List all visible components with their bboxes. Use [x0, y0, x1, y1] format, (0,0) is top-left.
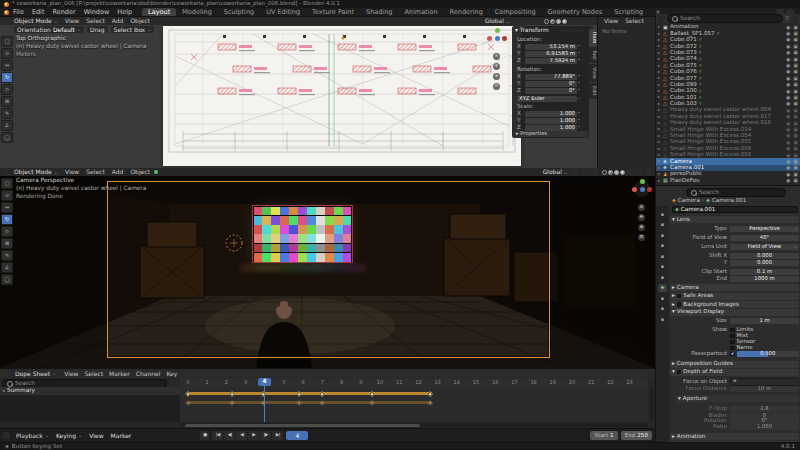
timeline-menu-view[interactable]: View [86, 432, 106, 439]
breadcrumb-data[interactable]: Camera.001 [712, 198, 746, 204]
collapsed-properties-panel[interactable]: ▸ Properties [514, 131, 588, 137]
vertical-scrollbar[interactable] [650, 387, 653, 421]
location-x[interactable]: X53.154 m• [517, 44, 581, 50]
tool-button-0[interactable]: □ [1, 178, 13, 189]
viewport-menu-object[interactable]: Object [127, 169, 153, 175]
jump-to-end-button[interactable]: ▶| [272, 431, 283, 440]
checkbox[interactable] [730, 352, 735, 357]
panel-checkbox[interactable] [677, 370, 682, 375]
property-focus-distance[interactable]: Focus Distance10 m [671, 386, 799, 393]
property-shift-x[interactable]: Shift X0.000 [671, 253, 799, 260]
dope-sheet-mode-dropdown[interactable]: Dope Sheet⌄ [12, 370, 59, 377]
disable-render-icon[interactable]: ▣ [793, 146, 798, 151]
disable-render-icon[interactable]: ▣ [793, 89, 798, 94]
panel-animation[interactable]: ▸Animation [670, 433, 799, 440]
lock-icon[interactable]: • [577, 51, 581, 57]
disable-render-icon[interactable]: ▣ [793, 57, 798, 62]
value-field[interactable]: 10 m [730, 386, 799, 392]
new-collection-icon[interactable] [791, 15, 798, 22]
disable-render-icon[interactable]: ▣ [793, 153, 798, 158]
property-focus-on-object[interactable]: Focus on Object◈ [671, 378, 799, 385]
grid-toggle-icon[interactable]: ⊞ [493, 83, 500, 90]
properties-tab-object-data[interactable]: ◈ [658, 284, 667, 292]
hide-viewport-icon[interactable]: ◉ [786, 165, 790, 170]
outliner-row-plandefou[interactable]: ▸▦PlanDeFou◉▣ [656, 177, 800, 183]
properties-tab-tool[interactable]: ▪ [658, 210, 667, 218]
snap-magnet-icon[interactable] [514, 18, 522, 25]
rotation-x[interactable]: X77.889°• [517, 74, 581, 80]
overlays-toggle-icon[interactable] [626, 169, 634, 176]
jump-to-start-button[interactable]: |◀ [212, 431, 223, 440]
hide-viewport-icon[interactable]: ◉ [786, 25, 790, 30]
timeline-editor-icon[interactable] [3, 432, 10, 439]
hide-viewport-icon[interactable]: ◉ [786, 108, 790, 113]
menu-render[interactable]: Render [48, 9, 79, 16]
editor-type-icon[interactable] [3, 370, 10, 377]
tool-button-5[interactable]: ⊞ [1, 238, 13, 249]
orientation-global-dropdown[interactable]: Global⌄ [540, 169, 571, 176]
location-y[interactable]: Y6.91583 m• [517, 51, 581, 57]
auto-key-button[interactable]: ● [200, 431, 209, 440]
id-name-field[interactable]: ◈ Camera.001 [672, 206, 798, 213]
snap-target-icon[interactable] [581, 169, 589, 176]
lock-icon[interactable]: • [577, 58, 581, 64]
orientation-global-dropdown[interactable]: Global⌄ [482, 18, 513, 25]
pan-hand-icon[interactable]: ✥ [493, 63, 500, 70]
hide-viewport-icon[interactable]: ◉ [786, 133, 790, 138]
value-field[interactable]: 1.000 [525, 118, 577, 124]
tool-button-7[interactable]: ∠ [1, 262, 13, 273]
frame-start-field[interactable]: Start 1 [590, 431, 617, 440]
tool-button-3[interactable]: ↻ [1, 214, 13, 225]
hide-viewport-icon[interactable]: ◉ [786, 37, 790, 42]
n-panel-tab-tool[interactable]: Tool [589, 47, 597, 63]
value-field[interactable]: 1000 m [730, 276, 799, 282]
workspace-tab-compositing[interactable]: Compositing [489, 8, 542, 17]
app-menu-icon[interactable] [4, 10, 9, 15]
lock-icon[interactable]: • [577, 44, 581, 50]
properties-tab-world[interactable]: ▪ [658, 263, 667, 271]
menu-window[interactable]: Window [80, 9, 114, 16]
lock-icon[interactable]: • [577, 74, 581, 80]
keyframe-diamond[interactable] [427, 391, 433, 397]
panel-checkbox[interactable] [677, 302, 682, 307]
disable-render-icon[interactable]: ▣ [793, 165, 798, 170]
panel-camera[interactable]: ▸Camera [670, 284, 799, 291]
hide-viewport-icon[interactable]: ◉ [786, 69, 790, 74]
hide-viewport-icon[interactable]: ◉ [786, 89, 790, 94]
editor-type-icon[interactable] [3, 169, 10, 176]
n-panel-tab-edit[interactable]: Edit [589, 83, 597, 99]
disable-render-icon[interactable]: ▣ [793, 108, 798, 113]
shading-rendered-icon[interactable] [620, 170, 625, 175]
filter-icon[interactable]: ▽ [785, 16, 789, 21]
timeline-menu-playback[interactable]: Playback⌄ [13, 432, 52, 439]
property-y[interactable]: Y0.000 [671, 260, 799, 267]
dope-menu-select[interactable]: Select [82, 371, 107, 377]
horizontal-scrollbar[interactable] [180, 423, 648, 427]
outliner-display-mode-icon[interactable] [658, 15, 665, 22]
hide-viewport-icon[interactable]: ◉ [786, 50, 790, 55]
tool-button-1[interactable]: ⊙ [1, 48, 13, 59]
viewport-menu-view[interactable]: View [62, 169, 82, 175]
breadcrumb-object[interactable]: Camera [678, 198, 700, 204]
value-field[interactable]: 0° [525, 81, 577, 87]
camera-view-icon[interactable]: ◈ [493, 73, 500, 80]
menu-file[interactable]: File [9, 9, 28, 16]
properties-tab-render[interactable]: ▪ [658, 221, 667, 229]
overlays-toggle-icon[interactable] [568, 18, 576, 25]
panel-background-images[interactable]: ▸Background Images [670, 301, 799, 308]
camera-view-icon[interactable]: ◈ [638, 224, 645, 231]
disable-render-icon[interactable]: ▣ [793, 172, 798, 177]
shading-material-icon[interactable] [556, 19, 561, 24]
workspace-tab-uv-editing[interactable]: UV Editing [260, 8, 306, 17]
property-type[interactable]: TypePerspective⌄ [671, 226, 799, 233]
gizmos-toggle-icon[interactable] [586, 18, 594, 25]
workspace-tab-sculpting[interactable]: Sculpting [218, 8, 260, 17]
lock-icon[interactable]: • [577, 111, 581, 117]
hide-viewport-icon[interactable]: ◉ [786, 146, 790, 151]
properties-tab-object[interactable]: ▪ [658, 273, 667, 281]
workspace-tab-layout[interactable]: Layout [142, 8, 176, 17]
play-reverse-button[interactable]: ◀ [236, 431, 247, 440]
proportional-edit-icon[interactable] [532, 18, 540, 25]
tool-button-2[interactable]: ↔ [1, 60, 13, 71]
viewport-menu-object[interactable]: Object [127, 18, 153, 24]
